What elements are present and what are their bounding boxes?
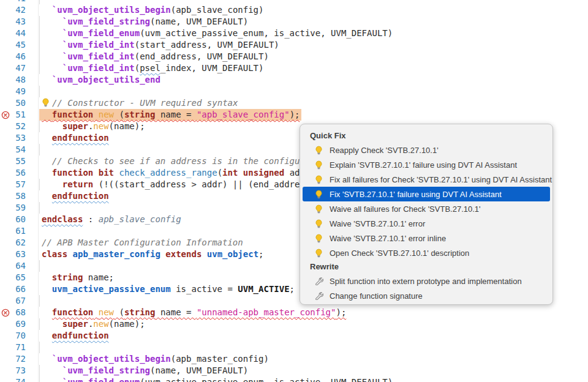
code-text[interactable]: [26, 86, 588, 97]
quickfix-menu-item[interactable]: Open Check 'SVTB.27.10.1' description: [303, 245, 550, 260]
line-number[interactable]: 73: [11, 365, 26, 376]
line-number[interactable]: 65: [11, 272, 26, 283]
menu-item-label: Waive 'SVTB.27.10.1' error: [330, 219, 425, 228]
code-line[interactable]: 47 `uvm_field_int(psel_index, UVM_DEFAUL…: [0, 62, 588, 74]
code-text[interactable]: // Constructor - UVM required syntax: [26, 97, 588, 109]
token-kw: function: [52, 110, 93, 119]
line-number[interactable]: 46: [11, 51, 26, 62]
line-number[interactable]: 67: [11, 295, 26, 307]
code-text[interactable]: `uvm_field_int(end_address, UVM_DEFAULT): [26, 51, 588, 62]
line-number[interactable]: 45: [11, 39, 26, 51]
code-line[interactable]: 74 `uvm_field_enum(uvm_active_passive_en…: [0, 376, 588, 382]
quickfix-menu-item[interactable]: Split function into extern prototype and…: [303, 274, 550, 288]
indent-guide: [39, 62, 40, 74]
token-macro: `uvm_object_utils_begin: [52, 5, 171, 15]
token-kw: string: [52, 272, 83, 282]
line-number[interactable]: 48: [11, 74, 26, 86]
code-line[interactable]: 68 function new (string name = "unnamed-…: [0, 307, 588, 318]
quickfix-menu-item[interactable]: Fix all failures for Check 'SVTB.27.10.1…: [303, 172, 550, 187]
quickfix-menu-item[interactable]: Waive 'SVTB.27.10.1' error inline: [303, 231, 550, 245]
code-text[interactable]: endfunction: [26, 330, 588, 342]
line-number[interactable]: 50: [11, 97, 26, 109]
line-number[interactable]: 66: [11, 283, 26, 295]
quickfix-menu-item[interactable]: Reapply Check 'SVTB.27.10.1': [303, 143, 550, 157]
line-number[interactable]: 44: [11, 28, 26, 39]
error-icon[interactable]: [0, 109, 11, 121]
line-number[interactable]: 56: [11, 167, 26, 179]
line-number[interactable]: 60: [11, 214, 26, 225]
line-number[interactable]: 53: [11, 132, 26, 144]
code-text[interactable]: `uvm_field_int(psel_index, UVM_DEFAULT): [26, 62, 588, 74]
token-macro: `uvm_field_int: [62, 51, 135, 61]
quickfix-menu-item[interactable]: Waive all failures for Check 'SVTB.27.10…: [303, 201, 550, 216]
error-icon[interactable]: [0, 307, 11, 318]
indent-guide: [39, 28, 40, 39]
menu-item-label: Split function into extern prototype and…: [330, 277, 522, 286]
code-line[interactable]: 50// Constructor - UVM required syntax: [0, 97, 588, 109]
code-line[interactable]: 42 `uvm_object_utils_begin(apb_slave_con…: [0, 4, 588, 16]
indent-guide: [39, 365, 40, 376]
code-line[interactable]: 71: [0, 342, 588, 353]
line-number[interactable]: 54: [11, 144, 26, 155]
code-text[interactable]: `uvm_object_utils_begin(apb_slave_config…: [26, 4, 588, 16]
gutter-icon-slot: [0, 4, 11, 16]
gutter-icon-slot: [0, 237, 11, 249]
code-line[interactable]: 69 super.new(name);: [0, 318, 588, 330]
code-line[interactable]: 43 `uvm_field_string(name, UVM_DEFAULT): [0, 16, 588, 28]
token-plain: (end_address, UVM_DEFAULT): [135, 51, 269, 61]
gutter-icon-slot: [0, 39, 11, 51]
line-number[interactable]: 64: [11, 260, 26, 272]
line-number[interactable]: 42: [11, 4, 26, 16]
line-number[interactable]: 57: [11, 179, 26, 190]
code-text[interactable]: `uvm_field_string(name, UVM_DEFAULT): [26, 16, 588, 28]
code-line[interactable]: 73 `uvm_field_string(name, UVM_DEFAULT): [0, 365, 588, 376]
line-number[interactable]: 68: [11, 307, 26, 318]
code-text[interactable]: [26, 0, 588, 4]
code-text[interactable]: function new (string name = "apb_slave_c…: [26, 109, 588, 121]
code-text[interactable]: `uvm_object_utils_end: [26, 74, 588, 86]
code-text[interactable]: `uvm_field_int(start_address, UVM_DEFAUL…: [26, 39, 588, 51]
quickfix-menu-item[interactable]: Explain 'SVTB.27.10.1' failure using DVT…: [303, 157, 550, 172]
code-line[interactable]: 45 `uvm_field_int(start_address, UVM_DEF…: [0, 39, 588, 51]
line-number[interactable]: 63: [11, 249, 26, 260]
indent-guide: [39, 376, 40, 382]
line-number[interactable]: 61: [11, 225, 26, 237]
gutter-icon-slot: [0, 179, 11, 190]
line-number[interactable]: 70: [11, 330, 26, 342]
line-number[interactable]: 74: [11, 376, 26, 382]
code-text[interactable]: [26, 342, 588, 353]
code-text[interactable]: `uvm_field_enum(uvm_active_passive_enum,…: [26, 376, 588, 382]
code-line[interactable]: 51 function new (string name = "apb_slav…: [0, 109, 588, 121]
code-line[interactable]: 70 endfunction: [0, 330, 588, 342]
code-line[interactable]: 72 `uvm_object_utils_begin(apb_master_co…: [0, 353, 588, 365]
quickfix-menu-item[interactable]: Change function signature: [303, 288, 550, 303]
line-number[interactable]: 47: [11, 62, 26, 74]
lightbulb-icon[interactable]: [42, 98, 50, 107]
line-number[interactable]: 59: [11, 202, 26, 214]
line-number[interactable]: 43: [11, 16, 26, 28]
code-text[interactable]: `uvm_field_enum(uvm_active_passive_enum,…: [26, 28, 588, 39]
line-number[interactable]: 49: [11, 86, 26, 97]
code-line[interactable]: 49: [0, 86, 588, 97]
line-number[interactable]: 58: [11, 190, 26, 202]
quickfix-menu-item[interactable]: Waive 'SVTB.27.10.1' error: [303, 216, 550, 231]
quickfix-menu-item[interactable]: Fix 'SVTB.27.10.1' failure using DVT AI …: [303, 187, 550, 201]
line-number[interactable]: 51: [11, 109, 26, 121]
quickfix-menu[interactable]: Quick FixReapply Check 'SVTB.27.10.1'Exp…: [300, 124, 553, 305]
token-plain: );: [336, 307, 346, 317]
code-line[interactable]: 46 `uvm_field_int(end_address, UVM_DEFAU…: [0, 51, 588, 62]
code-text[interactable]: function new (string name = "unnamed-apb…: [26, 307, 588, 318]
code-text[interactable]: super.new(name);: [26, 318, 588, 330]
line-number[interactable]: 55: [11, 155, 26, 167]
code-text[interactable]: `uvm_object_utils_begin(apb_master_confi…: [26, 353, 588, 365]
code-line[interactable]: 48 `uvm_object_utils_end: [0, 74, 588, 86]
code-text[interactable]: `uvm_field_string(name, UVM_DEFAULT): [26, 365, 588, 376]
code-line[interactable]: 44 `uvm_field_enum(uvm_active_passive_en…: [0, 28, 588, 39]
code-line[interactable]: 41: [0, 0, 588, 4]
line-number[interactable]: 62: [11, 237, 26, 249]
line-number[interactable]: 72: [11, 353, 26, 365]
line-number[interactable]: 41: [11, 0, 26, 4]
line-number[interactable]: 71: [11, 342, 26, 353]
line-number[interactable]: 52: [11, 121, 26, 132]
line-number[interactable]: 69: [11, 318, 26, 330]
